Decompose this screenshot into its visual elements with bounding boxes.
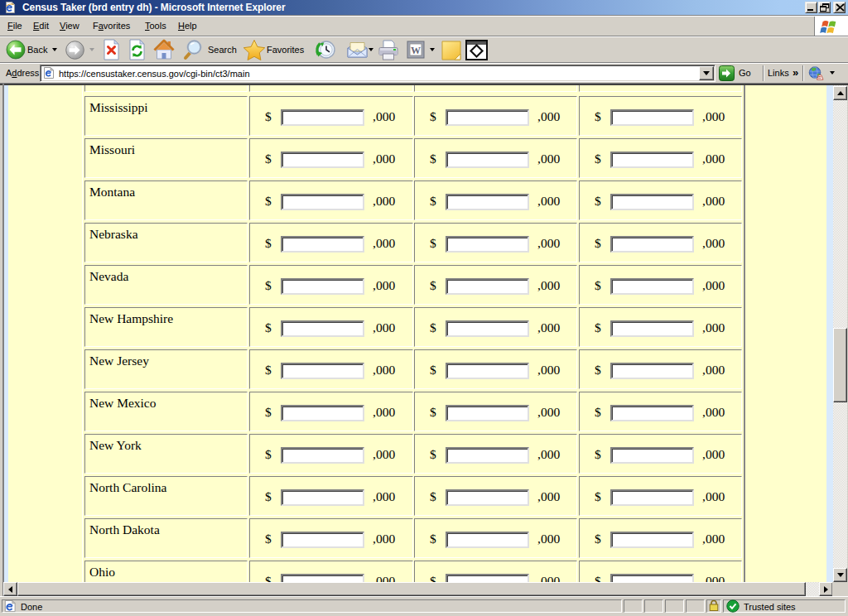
svg-text:W: W [411,45,421,56]
